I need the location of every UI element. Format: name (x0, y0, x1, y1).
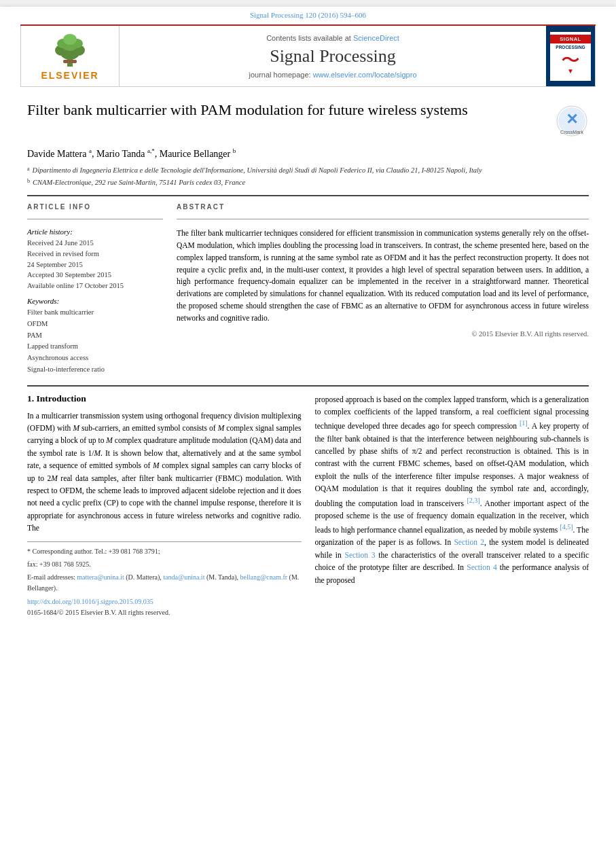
affiliation-a: Dipartimento di Ingegneria Elettrica e d… (33, 165, 482, 176)
authors-line: Davide Mattera a, Mario Tanda a,*, Mauri… (27, 147, 589, 160)
article-title-text: Filter bank multicarrier with PAM modula… (27, 101, 555, 120)
elsevier-logo-area: ELSEVIER (21, 26, 120, 86)
keyword-3: PAM (27, 330, 163, 342)
section2-link[interactable]: Section 2 (454, 538, 484, 546)
doi-link[interactable]: http://dx.doi.org/10.1016/j.sigpro.2015.… (27, 596, 302, 607)
badge-signal-text: SIGNAL (550, 35, 591, 43)
email3-link[interactable]: bellang@cnam.fr (240, 573, 287, 581)
citation-text: Signal Processing 120 (2016) 594–606 (250, 11, 366, 19)
section4-link[interactable]: Section 4 (467, 563, 496, 571)
copyright-text: © 2015 Elsevier B.V. All rights reserved… (177, 330, 589, 338)
footnote-fax: fax: +39 081 768 5925. (27, 559, 302, 570)
article-info-column: ARTICLE INFO Article history: Received 2… (27, 203, 163, 376)
ref45-link[interactable]: [4,5] (560, 523, 573, 531)
keywords-list: Filter bank multicarrier OFDM PAM Lapped… (27, 307, 163, 376)
footnote-corresponding: * Corresponding author. Tel.: +39 081 76… (27, 546, 302, 557)
ref23-link[interactable]: [2,3] (467, 497, 480, 504)
svg-rect-8 (63, 60, 77, 63)
abstract-column: ABSTRACT The filter bank multicarrier te… (177, 203, 589, 376)
article-title-area: Filter bank multicarrier with PAM modula… (27, 101, 589, 138)
email1-link[interactable]: mattera@unina.it (77, 573, 124, 581)
article-content: Filter bank multicarrier with PAM modula… (0, 87, 616, 632)
received-revised-label: Received in revised form (27, 249, 163, 260)
affiliation-b: CNAM-Electronique, 292 rue Saint-Martin,… (33, 177, 245, 188)
revised-date: 24 September 2015 (27, 260, 163, 270)
journal-name: Signal Processing (270, 46, 396, 67)
available-date: Available online 17 October 2015 (27, 281, 163, 291)
intro-paragraph2: proposed approach is based on the comple… (315, 393, 590, 586)
intro-paragraph1: In a multicarrier transmission system us… (27, 410, 302, 535)
issn-text: 0165-1684/© 2015 Elsevier B.V. All right… (27, 607, 302, 618)
badge-processing-text: PROCESSING (556, 45, 585, 50)
introduction-section: 1. Introduction In a multicarrier transm… (27, 393, 589, 618)
section3-link[interactable]: Section 3 (345, 551, 376, 559)
intro-section-title: 1. Introduction (27, 393, 302, 404)
intro-left-col: 1. Introduction In a multicarrier transm… (27, 393, 302, 618)
received-date: Received 24 June 2015 (27, 238, 163, 249)
affiliations: a Dipartimento di Ingegneria Elettrica e… (27, 165, 589, 189)
intro-right-col: proposed approach is based on the comple… (315, 393, 590, 618)
sciencedirect-link[interactable]: ScienceDirect (353, 34, 399, 42)
svg-point-7 (63, 34, 77, 45)
elsevier-tree-icon (43, 31, 97, 69)
ref1-link[interactable]: [1] (520, 419, 528, 427)
history-label: Article history: (27, 228, 163, 236)
svg-text:CrossMark: CrossMark (560, 130, 583, 135)
crossmark-logo: ✕ CrossMark (555, 104, 589, 138)
keyword-4: Lapped transform (27, 341, 163, 353)
contents-line: Contents lists available at ScienceDirec… (266, 34, 399, 42)
signal-processing-badge: SIGNAL PROCESSING 〜 ▼ (546, 26, 595, 86)
footnote-area: * Corresponding author. Tel.: +39 081 76… (27, 541, 302, 618)
keywords-label: Keywords: (27, 297, 163, 305)
top-citation-bar: Signal Processing 120 (2016) 594–606 (0, 7, 616, 22)
journal-center: Contents lists available at ScienceDirec… (120, 26, 546, 86)
accepted-date: Accepted 30 September 2015 (27, 270, 163, 281)
keyword-6: Signal-to-interference ratio (27, 364, 163, 376)
homepage-line: journal homepage: www.elsevier.com/locat… (249, 71, 416, 79)
page: Signal Processing 120 (2016) 594–606 (0, 7, 616, 841)
abstract-text: The filter bank multicarrier techniques … (177, 228, 589, 325)
article-info-label: ARTICLE INFO (27, 203, 163, 211)
elsevier-text-label: ELSEVIER (41, 70, 98, 81)
email2-link[interactable]: tanda@unina.it (163, 573, 204, 581)
info-abstract-section: ARTICLE INFO Article history: Received 2… (27, 203, 589, 376)
badge-arrow-icon: ▼ (567, 67, 574, 75)
svg-text:✕: ✕ (566, 111, 578, 128)
footnote-emails: E-mail addresses: mattera@unina.it (D. M… (27, 572, 302, 594)
homepage-link[interactable]: www.elsevier.com/locate/sigpro (313, 71, 417, 79)
keyword-2: OFDM (27, 319, 163, 330)
abstract-label: ABSTRACT (177, 203, 589, 211)
keyword-1: Filter bank multicarrier (27, 307, 163, 319)
keyword-5: Asynchronous access (27, 353, 163, 364)
